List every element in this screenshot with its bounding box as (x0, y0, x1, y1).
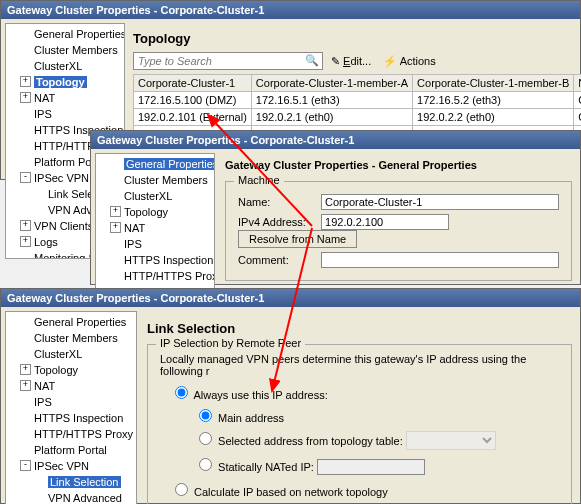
actions-button[interactable]: ⚡ Actions (379, 54, 440, 69)
nat-ip-field (317, 459, 425, 475)
window-title: Gateway Cluster Properties - Corporate-C… (7, 4, 264, 16)
tree-item-label: IPS (34, 108, 52, 120)
window-title: Gateway Cluster Properties - Corporate-C… (97, 134, 354, 146)
radio-always-input[interactable] (175, 386, 188, 399)
ipv4-field[interactable] (321, 214, 449, 230)
tree-item-nat[interactable]: +NAT (96, 220, 214, 236)
tree-item-label: Cluster Members (34, 44, 118, 56)
topology-header: Topology (133, 31, 574, 46)
comment-field[interactable] (321, 252, 559, 268)
expand-icon[interactable]: - (20, 460, 31, 471)
tree-item-topology[interactable]: +Topology (6, 74, 124, 90)
tree-item-label: VPN Advanced (48, 492, 122, 504)
tree-item-clusterxl[interactable]: ClusterXL (6, 58, 124, 74)
general-header: Gateway Cluster Properties - General Pro… (225, 159, 572, 171)
tree-item-nat[interactable]: +NAT (6, 378, 136, 394)
search-placeholder: Type to Search (138, 55, 212, 67)
tree-item-https-inspection[interactable]: HTTPS Inspection (96, 252, 214, 268)
tree-item-topology[interactable]: +Topology (96, 204, 214, 220)
tree-item-cluster-members[interactable]: Cluster Members (6, 330, 136, 346)
tree-item-label: IPS (124, 238, 142, 250)
tree-item-label: General Properties (34, 316, 126, 328)
window-general: Gateway Cluster Properties - Corporate-C… (90, 130, 581, 285)
tree-item-ips[interactable]: IPS (6, 394, 136, 410)
tree-item-label: NAT (34, 380, 55, 392)
expand-icon[interactable]: + (20, 220, 31, 231)
link-selection-panel: Link Selection IP Selection by Remote Pe… (141, 311, 578, 501)
expand-icon[interactable]: + (110, 206, 121, 217)
table-cell: 172.16.5.1 (eth3) (251, 92, 412, 109)
tree-item-https-inspection[interactable]: HTTPS Inspection (6, 410, 136, 426)
tree-item-http-https-proxy[interactable]: HTTP/HTTPS Proxy (96, 268, 214, 284)
tree-item-clusterxl[interactable]: ClusterXL (96, 188, 214, 204)
radio-nat-input[interactable] (199, 458, 212, 471)
radio-main-input[interactable] (199, 409, 212, 422)
tree-item-label: HTTP/HTTPS Proxy (124, 270, 215, 282)
radio-calculate[interactable]: Calculate IP based on network topology (170, 480, 563, 498)
tree-item-label: IPS (34, 396, 52, 408)
search-input[interactable]: Type to Search (133, 52, 323, 70)
tree-item-platform-portal[interactable]: Platform Portal (6, 442, 136, 458)
tree-item-label: ClusterXL (124, 190, 172, 202)
tree-item-label: Topology (124, 206, 168, 218)
column-header[interactable]: Corporate-Cluster-1-member-B (413, 75, 574, 92)
table-row[interactable]: 172.16.5.100 (DMZ)172.16.5.1 (eth3)172.1… (134, 92, 582, 109)
radio-calculate-input[interactable] (175, 483, 188, 496)
nav-tree[interactable]: General PropertiesCluster MembersCluster… (5, 311, 137, 504)
tree-item-http-https-proxy[interactable]: HTTP/HTTPS Proxy (6, 426, 136, 442)
titlebar: Gateway Cluster Properties - Corporate-C… (1, 289, 580, 307)
column-header[interactable]: Corporate-Cluster-1-member-A (251, 75, 412, 92)
tree-item-ips[interactable]: IPS (96, 236, 214, 252)
expand-icon[interactable]: + (20, 236, 31, 247)
window-title: Gateway Cluster Properties - Corporate-C… (7, 292, 264, 304)
tree-item-label: HTTPS Inspection (34, 412, 123, 424)
tree-item-general-properties[interactable]: General Properties (96, 156, 214, 172)
tree-item-topology[interactable]: +Topology (6, 362, 136, 378)
nav-tree[interactable]: General PropertiesCluster MembersCluster… (95, 153, 215, 309)
column-header[interactable]: Network Type (574, 75, 581, 92)
general-panel: Gateway Cluster Properties - General Pro… (219, 153, 578, 282)
radio-selected-label: Selected address from topology table: (218, 435, 403, 447)
tree-item-nat[interactable]: +NAT (6, 90, 124, 106)
radio-always[interactable]: Always use this IP address: (170, 383, 563, 401)
tree-item-label: Cluster Members (34, 332, 118, 344)
name-field[interactable] (321, 194, 559, 210)
expand-icon[interactable]: - (20, 172, 31, 183)
expand-icon[interactable]: + (20, 364, 31, 375)
expand-icon[interactable]: + (110, 222, 121, 233)
radio-nat[interactable]: Statically NATed IP: (194, 455, 563, 475)
name-label: Name: (238, 196, 318, 208)
expand-icon[interactable]: + (20, 92, 31, 103)
tree-item-clusterxl[interactable]: ClusterXL (6, 346, 136, 362)
tree-item-ips[interactable]: IPS (6, 106, 124, 122)
tree-item-cluster-members[interactable]: Cluster Members (96, 172, 214, 188)
table-row[interactable]: 192.0.2.101 (External)192.0.2.1 (eth0)19… (134, 109, 582, 126)
tree-item-label: General Properties (124, 158, 215, 170)
resolve-button[interactable]: Resolve from Name (238, 230, 357, 248)
link-selection-header: Link Selection (147, 321, 572, 336)
tree-item-cluster-members[interactable]: Cluster Members (6, 42, 124, 58)
radio-selected-address[interactable]: Selected address from topology table: (194, 429, 563, 450)
expand-icon[interactable]: + (20, 76, 31, 87)
radio-selected-input[interactable] (199, 432, 212, 445)
tree-item-label: IPSec VPN (34, 172, 89, 184)
tree-item-label: General Properties (34, 28, 125, 40)
tree-item-vpn-advanced[interactable]: VPN Advanced (6, 490, 136, 504)
tree-item-label: HTTPS Inspection (124, 254, 213, 266)
tree-item-label: ClusterXL (34, 60, 82, 72)
expand-icon[interactable]: + (20, 380, 31, 391)
table-cell: 172.16.5.2 (eth3) (413, 92, 574, 109)
edit-button[interactable]: ✎ Edit... (327, 54, 375, 69)
column-header[interactable]: Corporate-Cluster-1 (134, 75, 252, 92)
window-link-selection: Gateway Cluster Properties - Corporate-C… (0, 288, 581, 504)
tree-item-general-properties[interactable]: General Properties (6, 26, 124, 42)
tree-item-general-properties[interactable]: General Properties (6, 314, 136, 330)
tree-item-label: IPSec VPN (34, 460, 89, 472)
toolbar: Type to Search ✎ Edit... ⚡ Actions (133, 52, 574, 70)
tree-item-label: ClusterXL (34, 348, 82, 360)
table-cell: 192.0.2.2 (eth0) (413, 109, 574, 126)
tree-item-ipsec-vpn[interactable]: -IPSec VPN (6, 458, 136, 474)
radio-main[interactable]: Main address (194, 406, 563, 424)
comment-label: Comment: (238, 254, 318, 266)
tree-item-link-selection[interactable]: Link Selection (6, 474, 136, 490)
